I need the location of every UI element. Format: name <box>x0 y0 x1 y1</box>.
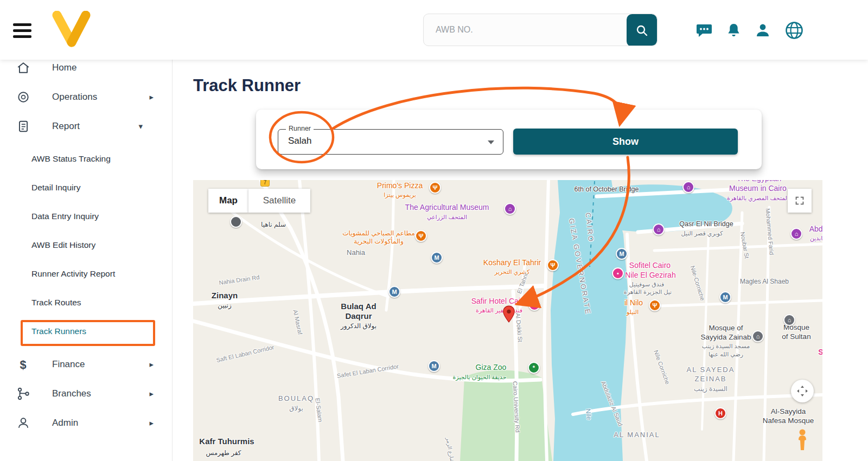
map-label: حديقة الحيوان بالجيزة <box>453 374 507 381</box>
map-view-button[interactable]: Map <box>208 189 248 213</box>
awb-search-input[interactable] <box>424 14 627 46</box>
map-label: شارع الزمر <box>445 437 455 461</box>
sidebar-item-awb-status-tracking[interactable]: AWB Status Tracking <box>0 144 172 173</box>
map-label: Nahia <box>347 248 365 257</box>
hotel-poi[interactable]: • <box>612 267 624 279</box>
landmark-poi[interactable] <box>230 216 242 228</box>
sidebar-item-report[interactable]: Report ▾ <box>0 112 172 141</box>
map-label: CAIRO <box>584 212 596 243</box>
sidebar-item-awb-edit-history[interactable]: AWB Edit History <box>0 230 172 259</box>
map-label: Daqrur <box>345 311 372 321</box>
map-label: AL SAYEDA <box>687 366 735 374</box>
map-canvas[interactable]: Primo's Pizzaبريموس بيتزاThe Agricultura… <box>193 180 822 461</box>
map-label: المتحف الزراعي <box>427 214 467 221</box>
sidebar-item-label: Operations <box>52 92 97 103</box>
sidebar-item-admin[interactable]: Admin ▸ <box>0 408 172 438</box>
map-label: The Agricultural Museum <box>405 203 489 212</box>
map-label: بريموس بيتزا <box>384 191 416 199</box>
map-label: Koshary El Tahrir <box>483 258 541 267</box>
zoo-poi[interactable]: * <box>528 362 540 374</box>
palace-poi[interactable]: ⌂ <box>790 228 802 240</box>
map-label: والمأكولات البحرية <box>354 238 404 245</box>
route-shield-badge: 7 <box>260 180 270 187</box>
notifications-bell-icon[interactable] <box>726 23 741 41</box>
map-label: سلم ناهيا <box>261 221 286 228</box>
map-label: Abdulaziz Al Saud <box>600 380 624 427</box>
map-label: 6th of October Bridge <box>575 185 639 193</box>
sidebar-item-label: Report <box>52 121 80 132</box>
pegman-icon[interactable] <box>795 428 809 453</box>
sidebar-item-detail-inquiry[interactable]: Detail Inquiry <box>0 173 172 202</box>
hamburger-menu-icon[interactable] <box>13 23 31 41</box>
metro-station-poi[interactable]: M <box>428 360 440 372</box>
dropdown-caret-icon <box>488 140 494 144</box>
map-label: Kafr Tuhurmis <box>199 437 254 446</box>
map-label: رضي الله عنها <box>709 351 743 358</box>
metro-station-poi[interactable]: M <box>616 248 628 260</box>
metro-station-poi[interactable]: M <box>388 286 400 298</box>
chevron-right-icon: ▸ <box>149 92 154 102</box>
restaurant-poi[interactable]: Ψ <box>429 182 441 194</box>
sidebar-item-label: Branches <box>52 388 91 399</box>
sidebar-item-data-entry-inquiry[interactable]: Data Entry Inquiry <box>0 202 172 230</box>
map-label: Nile <box>584 408 593 420</box>
museum-poi[interactable]: ⌂ <box>504 203 516 215</box>
sidebar-item-track-routes[interactable]: Track Routes <box>0 288 172 317</box>
runner-select[interactable]: Runner Salah <box>278 129 503 155</box>
pan-arrows-icon <box>796 385 809 398</box>
hotel-poi[interactable]: • <box>528 299 540 311</box>
map-label: il Nilo <box>624 298 643 307</box>
museum-poi[interactable]: ⌂ <box>682 181 694 193</box>
fullscreen-button[interactable] <box>788 189 812 213</box>
map-label: Nile-Corniche <box>690 265 706 301</box>
mosque-poi[interactable]: ⌂ <box>783 314 795 326</box>
runner-location-marker[interactable] <box>500 304 518 326</box>
sidebar-item-operations[interactable]: Operations ▸ <box>0 82 172 112</box>
sidebar-item-track-runners[interactable]: Track Runners <box>0 317 172 345</box>
sidebar-item-label: Admin <box>52 418 78 428</box>
map-label: بولاق <box>289 405 303 412</box>
mosque-poi[interactable]: ⌂ <box>752 330 764 342</box>
map-label: النيلو <box>627 309 639 316</box>
home-icon <box>16 61 30 75</box>
pan-control-button[interactable] <box>791 380 814 402</box>
metro-station-poi[interactable]: M <box>719 291 731 303</box>
map-label: Al Masraf <box>292 309 303 335</box>
map-label: Nafesa Mosque <box>763 417 814 425</box>
map-label: فندق سوفيتيل <box>629 281 664 288</box>
map-label: S <box>818 348 822 356</box>
attraction-poi[interactable]: ⌂ <box>653 223 665 235</box>
map-label: Nahia Drain Rd <box>219 274 260 286</box>
search-button[interactable] <box>627 14 657 46</box>
hospital-poi[interactable]: H <box>714 407 726 419</box>
map-label: Primo's Pizza <box>377 181 423 190</box>
map-label: السيدة زينب <box>694 385 727 393</box>
top-header <box>0 0 868 60</box>
map-label: AL MANIAL <box>614 431 660 439</box>
satellite-view-button[interactable]: Satellite <box>248 189 310 213</box>
map-label: BOULAQ <box>278 394 314 402</box>
sidebar-item-branches[interactable]: Branches ▸ <box>0 379 172 408</box>
map-label: Magles Al Shaeb <box>740 278 789 285</box>
map-label: Giza Zoo <box>476 363 507 372</box>
sidebar-item-finance[interactable]: $ Finance ▸ <box>0 350 172 379</box>
runner-select-value: Salah <box>288 136 311 146</box>
language-globe-icon[interactable] <box>784 21 804 42</box>
map-label: Safir Hotel Cairo <box>471 297 527 305</box>
map-label: El-Salam <box>314 398 323 422</box>
map-label: مسجد السيدة زينب <box>702 343 750 350</box>
restaurant-poi[interactable]: Ψ <box>415 230 427 242</box>
map-label: مطاعم الصباحي للمشويات <box>342 229 415 237</box>
map-label: Mosque of <box>709 324 743 332</box>
sidebar-item-runner-activity-report[interactable]: Runner Activity Report <box>0 259 172 288</box>
profile-icon[interactable] <box>755 23 770 40</box>
restaurant-poi[interactable]: Ψ <box>547 259 559 271</box>
metro-station-poi[interactable]: M <box>431 252 443 264</box>
runner-select-label: Runner <box>286 125 314 132</box>
restaurant-poi[interactable]: Ψ <box>649 299 661 311</box>
map-label: نيل الجزيرة القاهرة <box>624 289 672 296</box>
map-label: Mohammed Farid <box>764 208 775 255</box>
show-button[interactable]: Show <box>513 129 738 155</box>
chat-icon[interactable] <box>696 23 712 40</box>
map-label: كوبري قصر النيل <box>681 230 723 237</box>
